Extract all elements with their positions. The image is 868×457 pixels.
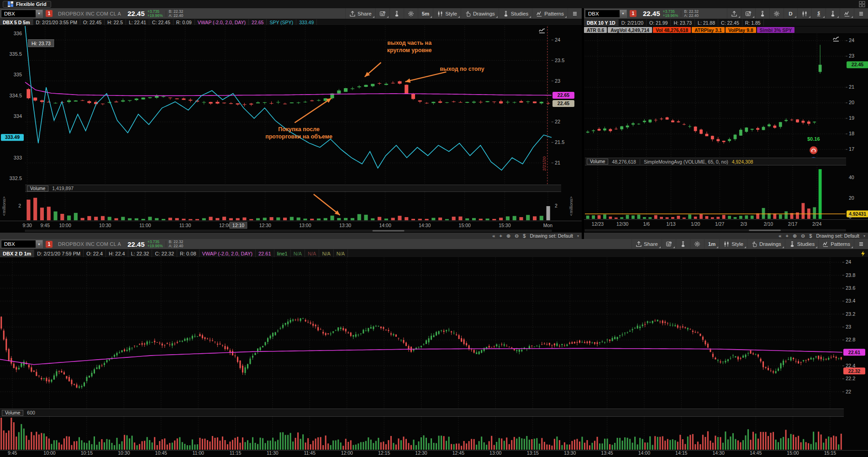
chart-settings-button[interactable] xyxy=(690,239,704,249)
svg-text:12:15: 12:15 xyxy=(378,450,390,456)
right-chart-status-row: DBX 10 Y 1DD: 2/21/20O: 21.99H: 23.73L: … xyxy=(584,19,868,27)
timeframe-button[interactable]: 1m xyxy=(704,239,720,249)
quick-study-button[interactable] xyxy=(676,239,690,249)
chart-spec: DBX 5 D 5m xyxy=(0,19,33,25)
active-tool-icon[interactable] xyxy=(833,37,839,41)
volume-label[interactable]: Volume xyxy=(587,159,608,165)
vwap-study-cell: VWAP (-2.0, 2.0, DAY) xyxy=(195,19,249,25)
quick-study-button[interactable] xyxy=(755,8,769,19)
open-cell: O: 21.99 xyxy=(647,19,671,26)
trade-note: выход по стопу xyxy=(440,66,484,72)
svg-text:выход по стопу: выход по стопу xyxy=(440,66,484,72)
svg-text:14:00: 14:00 xyxy=(638,450,650,456)
patterns-button[interactable]: Patterns xyxy=(818,239,854,249)
svg-text:11:00: 11:00 xyxy=(139,223,151,228)
flash-icon[interactable] xyxy=(860,250,866,257)
style-button[interactable] xyxy=(797,8,811,19)
chart-settings-button[interactable] xyxy=(769,8,784,19)
price-axis-button[interactable]: $ xyxy=(811,8,826,19)
earnings-icon[interactable] xyxy=(810,146,817,154)
link-group-badge[interactable]: 1 xyxy=(46,10,53,17)
symbol-input[interactable]: DBX ▼ xyxy=(585,10,627,18)
fast-rewind-icon[interactable]: « xyxy=(779,234,781,239)
zoom-out-icon[interactable]: ⊖ xyxy=(515,234,519,239)
chart-scrollbar[interactable] xyxy=(25,230,552,232)
zoom-in-icon[interactable]: ⊕ xyxy=(793,234,797,239)
right-chart-badges-row: ATR 0.6AvgVol 4,249,714Vol 48,276,618ATR… xyxy=(584,27,868,34)
svg-text:24: 24 xyxy=(846,259,851,265)
svg-text:23: 23 xyxy=(555,78,560,84)
millions-axis-label: <millions> xyxy=(568,196,573,216)
svg-text:22.61: 22.61 xyxy=(848,350,860,355)
price-scale-icon[interactable]: $ xyxy=(809,234,812,239)
vwap-value-cell: 22.65 xyxy=(249,19,267,25)
share-button[interactable]: Share xyxy=(345,8,375,19)
pan-icon[interactable]: + xyxy=(785,234,788,239)
volume-label[interactable]: Volume xyxy=(2,410,23,416)
patterns-button[interactable]: Patterns xyxy=(532,8,568,19)
price-scale-icon[interactable]: $ xyxy=(523,234,526,239)
symbol-input[interactable]: DBX ▼ xyxy=(1,240,43,248)
style-icon xyxy=(723,241,730,247)
gear-icon xyxy=(694,241,700,247)
patterns-button[interactable] xyxy=(840,8,854,19)
studies-button[interactable]: Studies xyxy=(785,239,818,249)
intraday-1m-chart[interactable]: 2423.823.623.423.22322.822.422.22222.612… xyxy=(0,258,868,457)
chart-menu-button[interactable] xyxy=(854,239,868,249)
news-button[interactable]: 1 xyxy=(375,8,389,19)
symbol-dropdown-button[interactable]: ▼ xyxy=(620,10,626,17)
volume-value: 600 xyxy=(27,410,35,415)
volume-label[interactable]: Volume xyxy=(27,186,48,191)
svg-text:23: 23 xyxy=(849,53,854,58)
grid-layout-icon[interactable] xyxy=(859,1,865,7)
hand-icon xyxy=(751,241,758,247)
fast-rewind-icon[interactable]: « xyxy=(492,234,495,239)
intraday-5m-chart[interactable]: 22<millions><millions>2423.5232221.52133… xyxy=(0,26,582,232)
drawing-set-selector[interactable]: Drawing set: Default xyxy=(816,233,859,239)
volume-sma-study[interactable]: SimpleMovingAvg (VOLUME, 65, 0, no) xyxy=(640,159,728,165)
right-chart-footer: «+⊕⊖$ Drawing set: Default ▾ xyxy=(584,232,868,239)
zoom-out-icon[interactable]: ⊖ xyxy=(801,234,805,239)
drawings-button[interactable]: Drawings xyxy=(461,8,499,19)
app-tab[interactable]: Flexible Grid xyxy=(3,1,51,8)
zoom-in-icon[interactable]: ⊕ xyxy=(506,234,510,239)
chart-menu-button[interactable] xyxy=(854,8,868,19)
svg-text:17: 17 xyxy=(849,146,854,152)
studies-button[interactable] xyxy=(826,8,840,19)
link-group-badge[interactable]: 1 xyxy=(46,241,53,248)
news-button[interactable]: 1 xyxy=(662,239,676,249)
pan-icon[interactable]: + xyxy=(499,234,502,239)
timeframe-button[interactable]: 5m xyxy=(418,8,433,19)
na-cell: N/A xyxy=(319,250,333,257)
svg-text:21: 21 xyxy=(849,84,854,90)
news-icon: 1 xyxy=(379,11,386,17)
studies-button[interactable]: Studies xyxy=(499,8,532,19)
drawing-set-selector[interactable]: Drawing set: Default xyxy=(530,233,573,239)
svg-text:проторговки на объеме: проторговки на объеме xyxy=(265,133,332,140)
share-button[interactable] xyxy=(727,8,741,19)
svg-text:14:45: 14:45 xyxy=(750,450,762,456)
svg-text:10:30: 10:30 xyxy=(118,450,130,456)
quick-study-button[interactable] xyxy=(389,8,404,19)
chart-menu-button[interactable] xyxy=(568,8,582,19)
daily-chart[interactable]: 4.92431402002423212019181722.4512/2312/3… xyxy=(584,34,868,232)
drawings-button[interactable]: Drawings xyxy=(747,239,785,249)
symbol-dropdown-button[interactable]: ▼ xyxy=(36,240,42,248)
scrollbar-handle[interactable] xyxy=(373,230,405,232)
scrollbar-handle[interactable] xyxy=(749,230,781,231)
news-button[interactable]: 1 xyxy=(741,8,755,19)
timeframe-button[interactable]: D xyxy=(784,8,797,19)
svg-text:336: 336 xyxy=(14,31,22,36)
chart-scrollbar[interactable] xyxy=(585,229,846,231)
share-button[interactable]: Share xyxy=(631,239,662,249)
style-button[interactable]: Style xyxy=(433,8,461,19)
style-icon xyxy=(437,11,443,17)
chart-settings-button[interactable] xyxy=(404,8,418,19)
link-group-badge[interactable]: 1 xyxy=(630,10,637,17)
symbol-input[interactable]: DBX ▼ xyxy=(1,10,43,18)
news-icon: 1 xyxy=(666,241,672,247)
svg-text:21.5: 21.5 xyxy=(555,139,564,145)
symbol-dropdown-button[interactable]: ▼ xyxy=(36,10,42,17)
active-tool-icon[interactable] xyxy=(539,29,545,33)
style-button[interactable]: Style xyxy=(719,239,747,249)
